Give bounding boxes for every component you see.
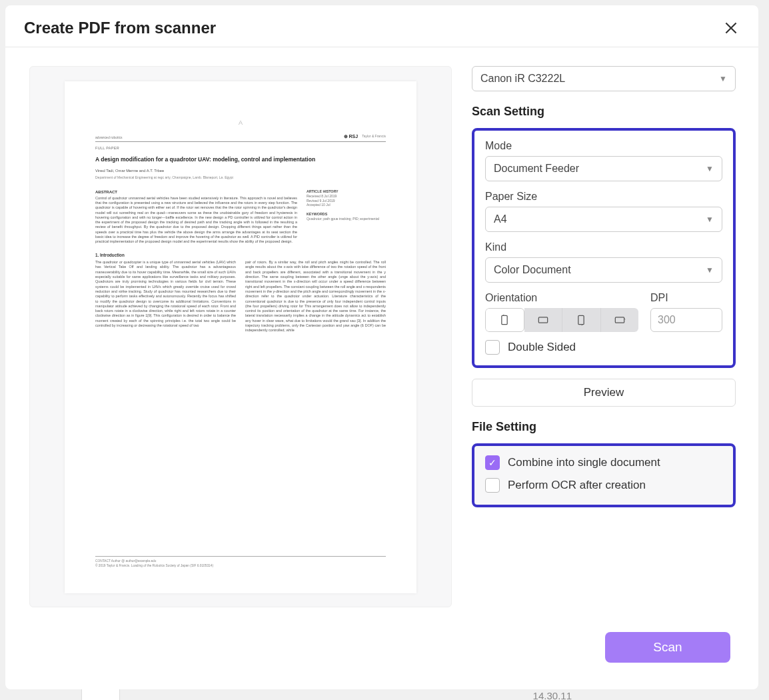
landscape-icon [536, 313, 550, 327]
mode-label: Mode [485, 140, 722, 152]
background-time: 14.30.11 [533, 690, 572, 700]
scan-button-label: Scan [653, 640, 682, 655]
orientation-landscape-flip[interactable] [601, 308, 639, 332]
orientation-portrait[interactable] [485, 308, 524, 332]
dpi-label: DPI [650, 292, 722, 304]
preview-button[interactable]: Preview [472, 379, 736, 407]
combine-checkbox[interactable]: ✓ [485, 455, 500, 470]
doc-col-right: pair of rotors. By a similar way, the ro… [245, 260, 386, 333]
orientation-landscape[interactable] [524, 308, 563, 332]
dialog-header: Create PDF from scanner [5, 5, 758, 47]
kind-select[interactable]: Color Document ▼ [485, 257, 722, 283]
dialog-body: A advanced robotics ⊕ RSJ Taylor & Franc… [5, 47, 758, 689]
ocr-checkbox[interactable] [485, 478, 500, 493]
scanner-dialog: Create PDF from scanner A advanced robot… [5, 5, 758, 689]
file-setting-panel: ✓ Combine into single document Perform O… [472, 443, 736, 507]
settings-pane: Canon iR C3222L ▼ Scan Setting Mode Docu… [472, 66, 740, 689]
portrait-icon [498, 313, 511, 327]
preview-pane: A advanced robotics ⊕ RSJ Taylor & Franc… [29, 66, 452, 607]
close-icon [722, 19, 740, 37]
doc-history-head: ARTICLE HISTORY [307, 189, 339, 193]
dialog-title: Create PDF from scanner [24, 19, 216, 37]
doc-abstract-body: Control of quadrotor unmanned aerial veh… [95, 196, 297, 245]
orientation-toggle [485, 308, 638, 332]
scanner-select[interactable]: Canon iR C3222L ▼ [472, 66, 736, 91]
landscape-flip-icon [613, 313, 626, 327]
doc-history-body: Received 8 Jul 2019Revised 9 Jul 2019Acc… [307, 194, 379, 221]
svg-rect-3 [615, 317, 624, 323]
double-sided-checkbox[interactable] [485, 340, 500, 355]
mode-select-value: Document Feeder [494, 163, 579, 175]
kind-select-value: Color Document [494, 264, 571, 276]
chevron-down-icon: ▼ [706, 215, 714, 224]
svg-rect-0 [502, 315, 507, 324]
doc-footer: CONTACT Author @ author@example.edu © 20… [95, 556, 386, 568]
file-setting-title: File Setting [472, 420, 736, 434]
doc-fullpaper-label: FULL PAPER [95, 146, 386, 151]
doc-affiliation: Department of Mechanical Engineering at … [95, 175, 386, 180]
orientation-label: Orientation [485, 292, 638, 304]
scan-setting-title: Scan Setting [472, 105, 736, 119]
chevron-down-icon: ▼ [706, 265, 714, 275]
kind-label: Kind [485, 241, 722, 253]
paper-size-select[interactable]: A4 ▼ [485, 207, 722, 232]
dpi-input[interactable]: 300 [650, 308, 722, 332]
paper-size-value: A4 [494, 213, 507, 225]
doc-page-marker: A [95, 119, 386, 127]
paper-label: Paper Size [485, 191, 722, 203]
ocr-label: Perform OCR after creation [508, 479, 646, 492]
dpi-value: 300 [658, 314, 676, 326]
scan-button[interactable]: Scan [605, 632, 730, 663]
scanner-select-value: Canon iR C3222L [480, 73, 565, 85]
scan-setting-panel: Mode Document Feeder ▼ Paper Size A4 ▼ K… [472, 128, 736, 368]
portrait-flip-icon [574, 313, 588, 327]
doc-title: A design modification for a quadrotor UA… [95, 156, 386, 163]
chevron-down-icon: ▼ [706, 164, 714, 173]
mode-select[interactable]: Document Feeder ▼ [485, 156, 722, 181]
doc-authors: Vined Tadi, Omar Merme and A.T. Trbee [95, 169, 386, 174]
svg-rect-2 [578, 315, 584, 324]
orientation-portrait-flip[interactable] [562, 308, 601, 332]
close-button[interactable] [722, 19, 740, 37]
preview-button-label: Preview [584, 386, 624, 399]
double-sided-label: Double Sided [508, 341, 576, 354]
chevron-down-icon: ▼ [719, 74, 727, 83]
doc-journal-small: advanced robotics [95, 135, 123, 140]
combine-label: Combine into single document [508, 456, 660, 469]
doc-publisher-badge: ⊕ RSJ Taylor & Francis [344, 133, 386, 139]
doc-col-left: The quadrotor or quadcopter is a unique … [95, 260, 236, 333]
doc-abstract-head: ABSTRACT [95, 189, 297, 195]
document-preview: A advanced robotics ⊕ RSJ Taylor & Franc… [65, 81, 416, 593]
svg-rect-1 [538, 317, 547, 323]
doc-section-head: 1. Introduction [95, 253, 386, 259]
